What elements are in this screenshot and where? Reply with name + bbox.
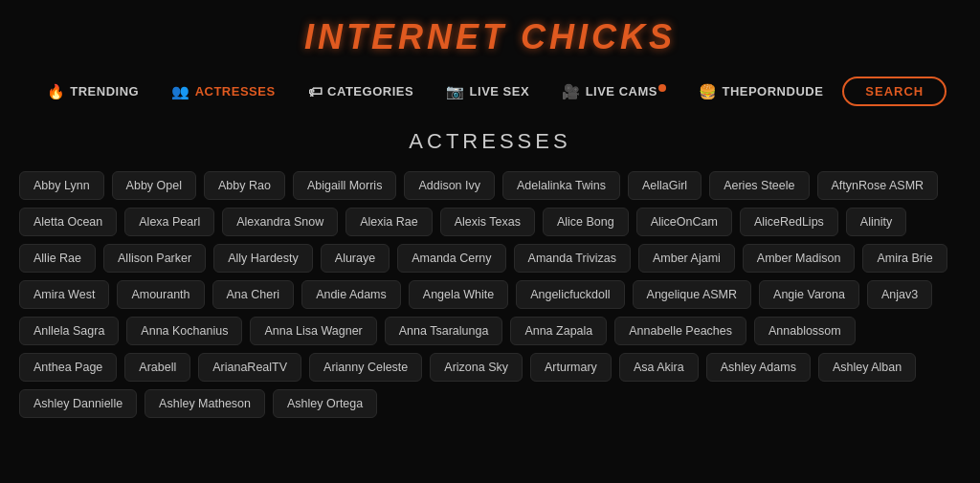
actress-tag[interactable]: Ashley Ortega — [273, 389, 377, 418]
actress-tag[interactable]: Amber Ajami — [638, 244, 735, 273]
nav-item-categories[interactable]: 🏷CATEGORIES — [295, 77, 428, 105]
actress-tag[interactable]: Ashley Adams — [706, 353, 811, 382]
livecams-icon: 🎥 — [562, 83, 581, 100]
actress-tag[interactable]: Amira Brie — [862, 244, 947, 273]
actress-tag[interactable]: Anna Tsaralunga — [385, 317, 503, 345]
actress-tag[interactable]: Annabelle Peaches — [614, 317, 746, 345]
nav-item-trending[interactable]: 🔥TRENDING — [33, 77, 152, 106]
actress-tag[interactable]: Ashley Matheson — [145, 389, 265, 418]
nav-item-theporndude[interactable]: 🍔THEPORNDUDE — [685, 77, 836, 106]
actress-tag[interactable]: Anjav3 — [867, 280, 932, 309]
nav-label-theporndude: THEPORNDUDE — [722, 84, 823, 99]
actress-tag[interactable]: Angela White — [409, 280, 508, 309]
actress-tag[interactable]: AliceOnCam — [636, 208, 732, 236]
actress-tag[interactable]: Allison Parker — [103, 244, 206, 273]
search-button[interactable]: SEARCH — [842, 77, 947, 106]
actress-tag[interactable]: Anna Zapala — [510, 317, 607, 345]
actress-tag[interactable]: Abigaill Morris — [293, 171, 397, 200]
actress-tag[interactable]: AellaGirl — [628, 171, 702, 200]
actress-tag[interactable]: Andie Adams — [301, 280, 401, 309]
actress-tag[interactable]: Arizona Sky — [430, 353, 523, 382]
main-nav: 🔥TRENDING👥ACTRESSES🏷CATEGORIES📷LIVE SEX🎥… — [0, 67, 980, 120]
actress-tag[interactable]: Arturmary — [530, 353, 612, 382]
actress-tag[interactable]: Alice Bong — [543, 208, 629, 236]
actress-tag[interactable]: Annablossom — [754, 317, 856, 345]
actress-tag[interactable]: Anna Kochanius — [126, 317, 242, 345]
actress-tag[interactable]: Amber Madison — [743, 244, 856, 273]
tags-container: Abby LynnAbby OpelAbby RaoAbigaill Morri… — [0, 171, 980, 437]
nav-label-trending: TRENDING — [70, 84, 139, 99]
actress-tag[interactable]: Alinity — [846, 208, 906, 236]
live-cams-badge — [658, 84, 666, 92]
actress-tag[interactable]: Alexia Rae — [345, 208, 432, 236]
section-title: ACTRESSES — [0, 120, 980, 171]
nav-label-livesex: LIVE SEX — [470, 84, 530, 99]
actress-tag[interactable]: Ashley Dannielle — [19, 389, 137, 418]
actress-tag[interactable]: Alexandra Snow — [222, 208, 338, 236]
actress-tag[interactable]: Amira West — [19, 280, 109, 309]
nav-label-actresses: ACTRESSES — [195, 84, 276, 99]
actress-tag[interactable]: Adelalinka Twins — [502, 171, 620, 200]
actress-tag[interactable]: Arianny Celeste — [309, 353, 422, 382]
categories-icon: 🏷 — [308, 83, 323, 99]
actress-tag[interactable]: Anthea Page — [19, 353, 117, 382]
theporndude-icon: 🍔 — [699, 83, 718, 100]
nav-item-actresses[interactable]: 👥ACTRESSES — [158, 77, 288, 106]
actresses-icon: 👥 — [171, 83, 190, 100]
actress-tag[interactable]: Alexa Pearl — [124, 208, 214, 236]
actress-tag[interactable]: Angie Varona — [759, 280, 859, 309]
nav-label-livecams: LIVE CAMS — [586, 84, 657, 99]
actress-tag[interactable]: Arabell — [124, 353, 190, 382]
actress-tag[interactable]: AftynRose ASMR — [817, 171, 939, 200]
actress-tag[interactable]: Ally Hardesty — [213, 244, 313, 273]
actress-tag[interactable]: Allie Rae — [19, 244, 96, 273]
actress-tag[interactable]: Anna Lisa Wagner — [250, 317, 376, 345]
nav-item-livesex[interactable]: 📷LIVE SEX — [433, 77, 543, 106]
actress-tag[interactable]: Asa Akira — [619, 353, 699, 382]
actress-tag[interactable]: Alexis Texas — [440, 208, 535, 236]
site-title: INTERNET CHICKS — [0, 0, 980, 67]
actress-tag[interactable]: Angelique ASMR — [633, 280, 752, 309]
actress-tag[interactable]: Ashley Alban — [818, 353, 916, 382]
actress-tag[interactable]: Abby Rao — [204, 171, 285, 200]
nav-label-categories: CATEGORIES — [327, 84, 413, 99]
actress-tag[interactable]: Ana Cheri — [212, 280, 295, 309]
actress-tag[interactable]: AliceRedLips — [740, 208, 838, 236]
actress-tag[interactable]: Amanda Cerny — [397, 244, 505, 273]
actress-tag[interactable]: Amouranth — [117, 280, 204, 309]
trending-icon: 🔥 — [47, 83, 66, 100]
actress-tag[interactable]: Addison Ivy — [404, 171, 495, 200]
actress-tag[interactable]: Abby Lynn — [19, 171, 104, 200]
nav-item-livecams[interactable]: 🎥LIVE CAMS — [548, 77, 679, 106]
actress-tag[interactable]: ArianaRealTV — [198, 353, 301, 382]
actress-tag[interactable]: Aeries Steele — [709, 171, 809, 200]
actress-tag[interactable]: Aletta Ocean — [19, 208, 117, 236]
actress-tag[interactable]: Anllela Sagra — [19, 317, 119, 345]
actress-tag[interactable]: Amanda Trivizas — [514, 244, 631, 273]
actress-tag[interactable]: Aluraye — [321, 244, 390, 273]
actress-tag[interactable]: Abby Opel — [112, 171, 196, 200]
actress-tag[interactable]: Angelicfuckdoll — [516, 280, 624, 309]
livesex-icon: 📷 — [446, 83, 465, 100]
